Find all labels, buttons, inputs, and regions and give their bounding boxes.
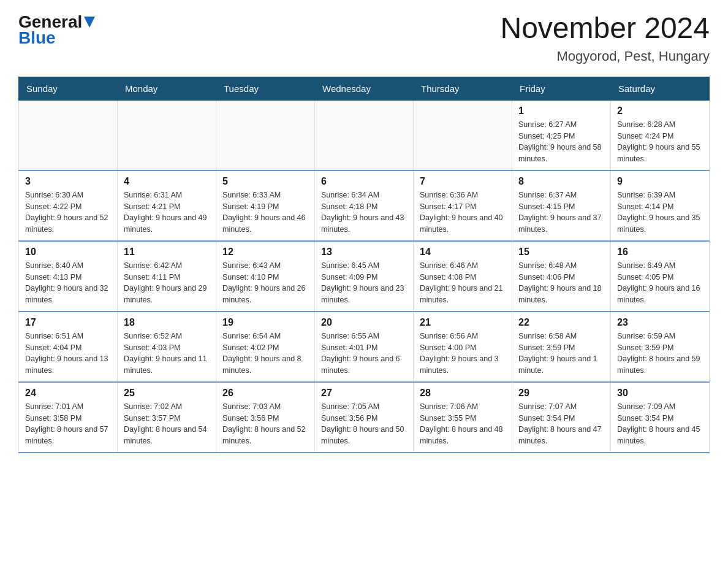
- calendar-header-sunday: Sunday: [19, 77, 118, 100]
- calendar-cell-1-7: 2Sunrise: 6:28 AM Sunset: 4:24 PM Daylig…: [611, 100, 710, 170]
- day-number: 7: [420, 176, 506, 187]
- day-info: Sunrise: 6:45 AM Sunset: 4:09 PM Dayligh…: [321, 260, 407, 306]
- day-number: 28: [420, 388, 506, 399]
- day-info: Sunrise: 6:34 AM Sunset: 4:18 PM Dayligh…: [321, 190, 407, 236]
- calendar-cell-1-5: [414, 100, 512, 170]
- day-info: Sunrise: 6:58 AM Sunset: 3:59 PM Dayligh…: [518, 331, 604, 377]
- calendar-cell-3-7: 16Sunrise: 6:49 AM Sunset: 4:05 PM Dayli…: [611, 241, 710, 312]
- day-info: Sunrise: 6:49 AM Sunset: 4:05 PM Dayligh…: [617, 260, 703, 306]
- day-info: Sunrise: 6:37 AM Sunset: 4:15 PM Dayligh…: [518, 190, 604, 236]
- day-number: 30: [617, 388, 703, 399]
- day-info: Sunrise: 7:03 AM Sunset: 3:56 PM Dayligh…: [222, 401, 308, 447]
- calendar-cell-4-5: 21Sunrise: 6:56 AM Sunset: 4:00 PM Dayli…: [414, 312, 512, 382]
- calendar-location: Mogyorod, Pest, Hungary: [500, 48, 710, 64]
- calendar-cell-2-3: 5Sunrise: 6:33 AM Sunset: 4:19 PM Daylig…: [216, 170, 315, 241]
- day-number: 10: [25, 247, 111, 258]
- calendar-cell-1-3: [216, 100, 315, 170]
- calendar-cell-5-1: 24Sunrise: 7:01 AM Sunset: 3:58 PM Dayli…: [19, 382, 118, 453]
- day-info: Sunrise: 6:52 AM Sunset: 4:03 PM Dayligh…: [124, 331, 210, 377]
- day-number: 12: [222, 247, 308, 258]
- day-number: 23: [617, 317, 703, 328]
- day-number: 22: [518, 317, 604, 328]
- calendar-cell-5-3: 26Sunrise: 7:03 AM Sunset: 3:56 PM Dayli…: [216, 382, 315, 453]
- calendar-cell-2-2: 4Sunrise: 6:31 AM Sunset: 4:21 PM Daylig…: [118, 170, 216, 241]
- logo: General Blue: [18, 12, 95, 48]
- day-number: 4: [124, 176, 210, 187]
- day-number: 27: [321, 388, 407, 399]
- day-number: 9: [617, 176, 703, 187]
- calendar-cell-4-4: 20Sunrise: 6:55 AM Sunset: 4:01 PM Dayli…: [315, 312, 414, 382]
- calendar-cell-1-1: [19, 100, 118, 170]
- calendar-week-row-3: 10Sunrise: 6:40 AM Sunset: 4:13 PM Dayli…: [19, 241, 710, 312]
- day-info: Sunrise: 6:46 AM Sunset: 4:08 PM Dayligh…: [420, 260, 506, 306]
- day-info: Sunrise: 7:06 AM Sunset: 3:55 PM Dayligh…: [420, 401, 506, 447]
- calendar-cell-5-5: 28Sunrise: 7:06 AM Sunset: 3:55 PM Dayli…: [414, 382, 512, 453]
- calendar-cell-2-6: 8Sunrise: 6:37 AM Sunset: 4:15 PM Daylig…: [512, 170, 611, 241]
- day-number: 11: [124, 247, 210, 258]
- day-info: Sunrise: 6:31 AM Sunset: 4:21 PM Dayligh…: [124, 190, 210, 236]
- calendar-header-monday: Monday: [118, 77, 216, 100]
- day-info: Sunrise: 6:27 AM Sunset: 4:25 PM Dayligh…: [518, 119, 604, 165]
- day-number: 3: [25, 176, 111, 187]
- calendar-week-row-5: 24Sunrise: 7:01 AM Sunset: 3:58 PM Dayli…: [19, 382, 710, 453]
- day-info: Sunrise: 6:30 AM Sunset: 4:22 PM Dayligh…: [25, 190, 111, 236]
- day-number: 15: [518, 247, 604, 258]
- calendar-cell-5-4: 27Sunrise: 7:05 AM Sunset: 3:56 PM Dayli…: [315, 382, 414, 453]
- day-number: 19: [222, 317, 308, 328]
- day-info: Sunrise: 7:07 AM Sunset: 3:54 PM Dayligh…: [518, 401, 604, 447]
- calendar-cell-2-5: 7Sunrise: 6:36 AM Sunset: 4:17 PM Daylig…: [414, 170, 512, 241]
- calendar-table: SundayMondayTuesdayWednesdayThursdayFrid…: [18, 77, 710, 453]
- day-info: Sunrise: 7:05 AM Sunset: 3:56 PM Dayligh…: [321, 401, 407, 447]
- day-number: 14: [420, 247, 506, 258]
- calendar-cell-3-3: 12Sunrise: 6:43 AM Sunset: 4:10 PM Dayli…: [216, 241, 315, 312]
- day-info: Sunrise: 7:01 AM Sunset: 3:58 PM Dayligh…: [25, 401, 111, 447]
- calendar-header-friday: Friday: [512, 77, 611, 100]
- calendar-cell-1-4: [315, 100, 414, 170]
- day-number: 29: [518, 388, 604, 399]
- calendar-month-year: November 2024: [500, 12, 710, 45]
- logo-blue-text: Blue: [18, 28, 56, 48]
- day-number: 5: [222, 176, 308, 187]
- calendar-cell-1-2: [118, 100, 216, 170]
- day-info: Sunrise: 6:36 AM Sunset: 4:17 PM Dayligh…: [420, 190, 506, 236]
- day-info: Sunrise: 6:40 AM Sunset: 4:13 PM Dayligh…: [25, 260, 111, 306]
- day-info: Sunrise: 7:02 AM Sunset: 3:57 PM Dayligh…: [124, 401, 210, 447]
- day-number: 2: [617, 105, 703, 117]
- calendar-cell-4-6: 22Sunrise: 6:58 AM Sunset: 3:59 PM Dayli…: [512, 312, 611, 382]
- day-info: Sunrise: 6:55 AM Sunset: 4:01 PM Dayligh…: [321, 331, 407, 377]
- day-info: Sunrise: 6:48 AM Sunset: 4:06 PM Dayligh…: [518, 260, 604, 306]
- calendar-cell-3-1: 10Sunrise: 6:40 AM Sunset: 4:13 PM Dayli…: [19, 241, 118, 312]
- calendar-cell-5-2: 25Sunrise: 7:02 AM Sunset: 3:57 PM Dayli…: [118, 382, 216, 453]
- calendar-header-wednesday: Wednesday: [315, 77, 414, 100]
- day-number: 1: [518, 105, 604, 117]
- day-number: 6: [321, 176, 407, 187]
- day-number: 17: [25, 317, 111, 328]
- calendar-cell-3-4: 13Sunrise: 6:45 AM Sunset: 4:09 PM Dayli…: [315, 241, 414, 312]
- calendar-header-row: SundayMondayTuesdayWednesdayThursdayFrid…: [19, 77, 710, 100]
- day-number: 18: [124, 317, 210, 328]
- calendar-cell-3-2: 11Sunrise: 6:42 AM Sunset: 4:11 PM Dayli…: [118, 241, 216, 312]
- calendar-cell-5-7: 30Sunrise: 7:09 AM Sunset: 3:54 PM Dayli…: [611, 382, 710, 453]
- day-number: 8: [518, 176, 604, 187]
- calendar-cell-2-4: 6Sunrise: 6:34 AM Sunset: 4:18 PM Daylig…: [315, 170, 414, 241]
- calendar-title-block: November 2024 Mogyorod, Pest, Hungary: [500, 12, 710, 64]
- day-number: 25: [124, 388, 210, 399]
- day-number: 24: [25, 388, 111, 399]
- calendar-week-row-2: 3Sunrise: 6:30 AM Sunset: 4:22 PM Daylig…: [19, 170, 710, 241]
- day-number: 13: [321, 247, 407, 258]
- calendar-cell-5-6: 29Sunrise: 7:07 AM Sunset: 3:54 PM Dayli…: [512, 382, 611, 453]
- calendar-week-row-4: 17Sunrise: 6:51 AM Sunset: 4:04 PM Dayli…: [19, 312, 710, 382]
- page-header: General Blue November 2024 Mogyorod, Pes…: [18, 12, 710, 64]
- calendar-cell-1-6: 1Sunrise: 6:27 AM Sunset: 4:25 PM Daylig…: [512, 100, 611, 170]
- day-info: Sunrise: 6:28 AM Sunset: 4:24 PM Dayligh…: [617, 119, 703, 165]
- day-number: 16: [617, 247, 703, 258]
- day-info: Sunrise: 6:42 AM Sunset: 4:11 PM Dayligh…: [124, 260, 210, 306]
- calendar-cell-2-7: 9Sunrise: 6:39 AM Sunset: 4:14 PM Daylig…: [611, 170, 710, 241]
- calendar-header-saturday: Saturday: [611, 77, 710, 100]
- calendar-cell-4-7: 23Sunrise: 6:59 AM Sunset: 3:59 PM Dayli…: [611, 312, 710, 382]
- day-number: 21: [420, 317, 506, 328]
- svg-marker-0: [84, 17, 95, 28]
- day-info: Sunrise: 6:51 AM Sunset: 4:04 PM Dayligh…: [25, 331, 111, 377]
- calendar-cell-4-2: 18Sunrise: 6:52 AM Sunset: 4:03 PM Dayli…: [118, 312, 216, 382]
- day-info: Sunrise: 6:43 AM Sunset: 4:10 PM Dayligh…: [222, 260, 308, 306]
